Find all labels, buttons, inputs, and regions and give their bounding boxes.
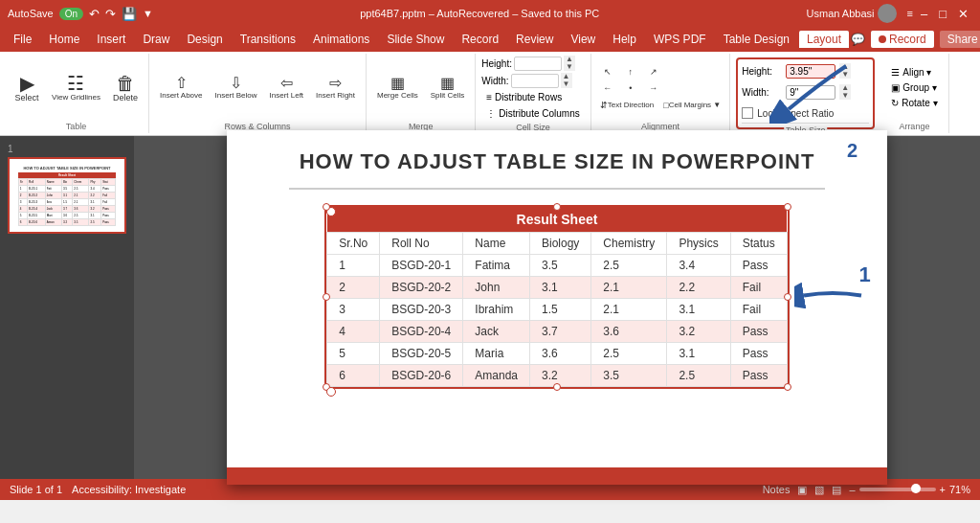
handle-bottom-right[interactable] [784,383,791,391]
align-mid-left[interactable]: ← [597,81,618,95]
slide-info: Slide 1 of 1 [10,484,62,495]
insert-below-button[interactable]: ⇩ Insert Below [210,73,261,102]
table-width-input[interactable] [786,85,835,100]
ribbon-group-arrange: ☰ Align ▾ ▣ Group ▾ ↻ Rotate ▾ Arrange [880,54,948,133]
slide-bottom-bar [227,467,887,485]
lock-aspect-checkbox[interactable] [742,107,753,119]
table-width-down[interactable]: ▼ [839,92,851,100]
result-table-wrapper[interactable]: Result Sheet Sr.No Roll No Name Biology … [324,205,790,389]
title-bar: AutoSave On ↶ ↷ 💾 ▼ ppt64B7.pptm – AutoR… [0,0,980,27]
slide-thumbnail[interactable]: HOW TO ADJUST TABLE SIZE IN POWERPOINT R… [8,157,126,234]
menu-transitions[interactable]: Transitions [233,31,303,48]
group-button[interactable]: ▣ Group ▾ [886,80,942,95]
split-cells-button[interactable]: ▦ Split Cells [426,73,470,102]
rotate-button[interactable]: ↻ Rotate ▾ [886,96,942,110]
redo-icon[interactable]: ↷ [105,7,116,21]
handle-bottom-mid[interactable] [553,383,561,391]
menu-home[interactable]: Home [41,31,87,48]
normal-view-icon[interactable]: ▣ [797,484,807,496]
insert-right-button[interactable]: ⇨ Insert Right [311,73,360,102]
handle-top-right[interactable] [784,203,791,211]
zoom-controls: – + 71% [849,484,970,495]
menu-help[interactable]: Help [605,31,644,48]
notes-button[interactable]: Notes [763,484,791,495]
menu-view[interactable]: View [563,31,603,48]
table-width-spinner[interactable]: ▲ ▼ [839,84,851,100]
accessibility-status[interactable]: Accessibility: Investigate [72,484,186,495]
merge-buttons: ▦ Merge Cells ▦ Split Cells [372,56,469,120]
autosave-toggle[interactable]: On [59,8,83,20]
zoom-in-icon[interactable]: + [940,484,946,495]
width-input[interactable] [511,74,559,88]
distribute-rows-button[interactable]: ≡ Distribute Rows [481,90,584,104]
view-gridlines-button[interactable]: ☷ View Gridlines [47,71,105,104]
menu-review[interactable]: Review [508,31,561,48]
slide-title: HOW TO ADJUST TABLE SIZE IN POWERPOINT [300,149,815,174]
table-height-down[interactable]: ▼ [839,71,851,79]
menu-slideshow[interactable]: Slide Show [379,31,452,48]
menu-layout[interactable]: Layout [799,31,849,48]
minimize-btn[interactable]: – [917,7,931,21]
handle-mid-right[interactable] [784,293,791,301]
height-input[interactable] [514,57,562,71]
select-button[interactable]: ▶ Select [10,71,44,105]
slide-sorter-icon[interactable]: ▧ [814,484,824,496]
menu-insert[interactable]: Insert [89,31,133,48]
align-mid-center[interactable]: • [620,81,641,95]
menu-file[interactable]: File [6,31,39,48]
insert-above-button[interactable]: ⇧ Insert Above [155,73,207,102]
width-down[interactable]: ▼ [561,80,572,88]
handle-mid-left[interactable] [323,293,330,301]
menu-wpspdf[interactable]: WPS PDF [646,31,714,48]
maximize-btn[interactable]: □ [935,7,950,21]
cell-margins-button[interactable]: □ Cell Margins ▼ [660,100,724,111]
customize-icon[interactable]: ▼ [143,8,153,19]
text-direction-button[interactable]: ⇵ Text Direction [597,100,657,111]
ribbon-group-cell-size: Height: ▲▼ Width: ▲▼ ≡ Distribute Rows ⋮ [476,54,590,133]
handle-top-mid[interactable] [553,203,561,211]
menu-animations[interactable]: Animations [305,31,377,48]
merge-cells-button[interactable]: ▦ Merge Cells [372,73,423,102]
arrange-label: Arrange [899,120,929,131]
alignment-controls: ↖ ↑ ↗ ← • → ⇵ Text Direction □ Ce [597,56,724,120]
align-top-left[interactable]: ↖ [597,65,618,79]
record-button[interactable]: Record [871,31,934,48]
zoom-out-icon[interactable]: – [849,484,855,495]
menu-draw[interactable]: Draw [135,31,177,48]
insert-left-button[interactable]: ⇦ Insert Left [265,73,309,102]
share-button[interactable]: Share [940,31,980,48]
align-mid-right[interactable]: → [643,81,664,95]
height-row: Height: ▲▼ [481,56,584,71]
col-srno: Sr.No [327,233,380,255]
undo-icon[interactable]: ↶ [89,7,100,21]
width-spinner[interactable]: ▲▼ [561,73,572,88]
height-spinner[interactable]: ▲▼ [564,56,575,71]
quick-save-icon[interactable]: 💾 [122,7,137,21]
ribbon: ▶ Select ☷ View Gridlines 🗑 Delete Table… [0,52,980,136]
table-buttons: ▶ Select ☷ View Gridlines 🗑 Delete [10,56,143,120]
comments-icon[interactable]: 💬 [851,33,865,46]
table-height-spinner[interactable]: ▲ ▼ [839,63,851,79]
slides-panel: 1 HOW TO ADJUST TABLE SIZE IN POWERPOINT… [0,136,134,479]
table-container[interactable]: Result Sheet Sr.No Roll No Name Biology … [324,205,790,389]
handle-top-left[interactable] [323,203,330,211]
zoom-slider[interactable] [859,488,936,491]
align-arrange-button[interactable]: ☰ Align ▾ [886,65,942,80]
handle-bottom-left[interactable] [323,383,330,391]
align-top-right[interactable]: ↗ [643,65,664,79]
lock-aspect-row: Lock Aspect Ratio [742,107,869,119]
menu-design[interactable]: Design [179,31,230,48]
table-row: 1BSGD-20-1Fatima3.52.53.4Pass [327,255,788,277]
delete-button[interactable]: 🗑 Delete [108,71,143,105]
align-top-center[interactable]: ↑ [620,65,641,79]
table-height-input[interactable] [786,64,835,79]
slide-divider [289,188,825,190]
ribbon-icon[interactable]: ≡ [906,8,912,19]
menu-record[interactable]: Record [454,31,506,48]
close-btn[interactable]: ✕ [954,7,972,21]
menu-table-design[interactable]: Table Design [716,31,797,48]
distribute-cols-button[interactable]: ⋮ Distribute Columns [481,106,584,121]
reading-view-icon[interactable]: ▤ [832,484,841,496]
height-down[interactable]: ▼ [564,63,575,71]
ribbon-area: ▶ Select ☷ View Gridlines 🗑 Delete Table… [0,52,980,136]
